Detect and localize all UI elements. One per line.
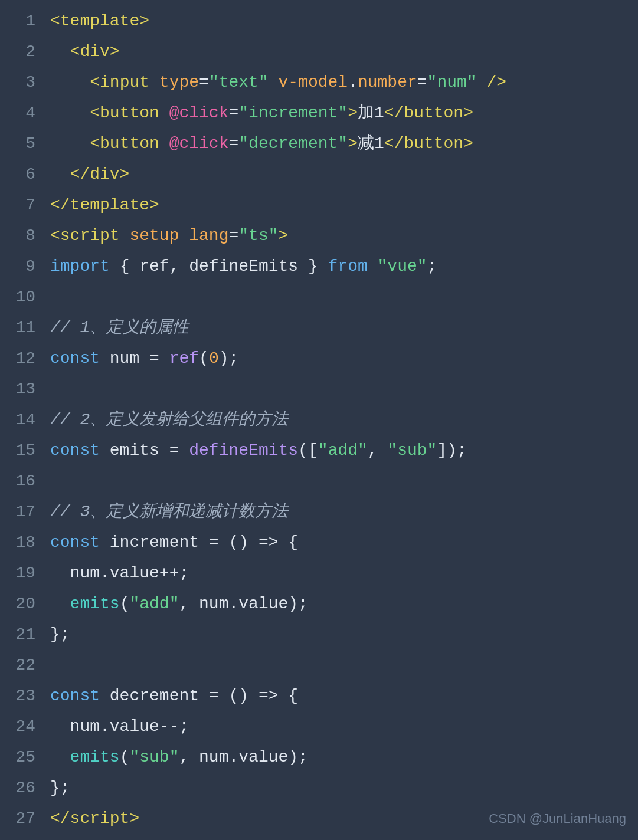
code-container: 1 2 3 4 5 6 7 8 9 10 11 12 13 14 15 16 1… bbox=[0, 0, 638, 840]
code-line-24: num.value--; bbox=[50, 711, 638, 742]
line-num-16: 16 bbox=[6, 466, 41, 497]
line-num-19: 19 bbox=[6, 558, 41, 589]
line-num-8: 8 bbox=[6, 221, 41, 251]
watermark: CSDN @JunLianHuang bbox=[489, 803, 626, 834]
line-num-13: 13 bbox=[6, 374, 41, 405]
code-line-12: const num = ref(0); bbox=[50, 343, 638, 374]
line-num-7: 7 bbox=[6, 190, 41, 221]
line-num-2: 2 bbox=[6, 37, 41, 67]
line-num-22: 22 bbox=[6, 650, 41, 681]
line-num-26: 26 bbox=[6, 773, 41, 803]
line-numbers: 1 2 3 4 5 6 7 8 9 10 11 12 13 14 15 16 1… bbox=[0, 6, 47, 834]
line-num-11: 11 bbox=[6, 313, 41, 343]
line-num-20: 20 bbox=[6, 589, 41, 619]
code-line-6: </div> bbox=[50, 159, 638, 190]
code-line-22 bbox=[50, 650, 638, 681]
line-num-14: 14 bbox=[6, 405, 41, 435]
code-line-9: import { ref, defineEmits } from "vue"; bbox=[50, 251, 638, 282]
code-line-4: <button @click="increment">加1</button> bbox=[50, 98, 638, 129]
code-line-10 bbox=[50, 282, 638, 313]
code-line-3: <input type="text" v-model.number="num" … bbox=[50, 67, 638, 98]
code-line-23: const decrement = () => { bbox=[50, 681, 638, 711]
line-num-24: 24 bbox=[6, 711, 41, 742]
code-line-21: }; bbox=[50, 619, 638, 650]
line-num-3: 3 bbox=[6, 67, 41, 98]
code-content: <template> <div> <input type="text" v-mo… bbox=[47, 6, 638, 834]
code-line-19: num.value++; bbox=[50, 558, 638, 589]
code-line-7: </template> bbox=[50, 190, 638, 221]
code-line-8: <script setup lang="ts"> bbox=[50, 221, 638, 251]
code-line-5: <button @click="decrement">减1</button> bbox=[50, 129, 638, 159]
line-num-27: 27 bbox=[6, 803, 41, 834]
code-line-25: emits("sub", num.value); bbox=[50, 742, 638, 773]
line-num-23: 23 bbox=[6, 681, 41, 711]
line-num-21: 21 bbox=[6, 619, 41, 650]
line-num-9: 9 bbox=[6, 251, 41, 282]
code-line-2: <div> bbox=[50, 37, 638, 67]
code-line-11: // 1、定义的属性 bbox=[50, 313, 638, 343]
line-num-5: 5 bbox=[6, 129, 41, 159]
line-num-15: 15 bbox=[6, 435, 41, 466]
code-line-20: emits("add", num.value); bbox=[50, 589, 638, 619]
code-line-18: const increment = () => { bbox=[50, 527, 638, 558]
code-line-15: const emits = defineEmits(["add", "sub"]… bbox=[50, 435, 638, 466]
code-line-1: <template> bbox=[50, 6, 638, 37]
line-num-12: 12 bbox=[6, 343, 41, 374]
line-num-25: 25 bbox=[6, 742, 41, 773]
line-num-18: 18 bbox=[6, 527, 41, 558]
line-num-17: 17 bbox=[6, 497, 41, 527]
code-line-26: }; bbox=[50, 773, 638, 803]
line-num-10: 10 bbox=[6, 282, 41, 313]
line-num-6: 6 bbox=[6, 159, 41, 190]
code-line-14: // 2、定义发射给父组件的方法 bbox=[50, 405, 638, 435]
line-num-1: 1 bbox=[6, 6, 41, 37]
code-line-16 bbox=[50, 466, 638, 497]
code-line-17: // 3、定义新增和递减计数方法 bbox=[50, 497, 638, 527]
line-num-4: 4 bbox=[6, 98, 41, 129]
code-line-13 bbox=[50, 374, 638, 405]
